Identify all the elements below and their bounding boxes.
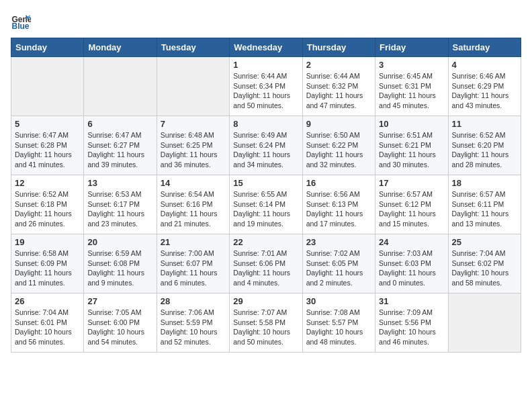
weekday-header-saturday: Saturday [448, 38, 521, 57]
calendar-cell: 10Sunrise: 6:51 AM Sunset: 6:21 PM Dayli… [375, 116, 448, 175]
day-number: 23 [306, 237, 371, 247]
calendar-cell: 23Sunrise: 7:02 AM Sunset: 6:05 PM Dayli… [302, 234, 375, 293]
day-info: Sunrise: 6:50 AM Sunset: 6:22 PM Dayligh… [306, 130, 371, 170]
calendar-cell: 7Sunrise: 6:48 AM Sunset: 6:25 PM Daylig… [157, 116, 229, 175]
calendar-cell: 24Sunrise: 7:03 AM Sunset: 6:03 PM Dayli… [375, 234, 448, 293]
day-number: 13 [87, 178, 152, 188]
calendar-cell: 14Sunrise: 6:54 AM Sunset: 6:16 PM Dayli… [157, 175, 229, 234]
day-info: Sunrise: 7:07 AM Sunset: 5:58 PM Dayligh… [233, 308, 298, 347]
day-info: Sunrise: 6:57 AM Sunset: 6:11 PM Dayligh… [452, 189, 517, 229]
day-info: Sunrise: 6:56 AM Sunset: 6:13 PM Dayligh… [306, 189, 371, 229]
day-number: 21 [161, 237, 226, 247]
day-number: 14 [161, 178, 226, 188]
day-info: Sunrise: 6:57 AM Sunset: 6:12 PM Dayligh… [379, 189, 444, 229]
calendar-week-row: 1Sunrise: 6:44 AM Sunset: 6:34 PM Daylig… [11, 57, 521, 116]
day-number: 15 [233, 178, 298, 188]
day-number: 22 [233, 237, 298, 247]
calendar-cell: 15Sunrise: 6:55 AM Sunset: 6:14 PM Dayli… [230, 175, 302, 234]
calendar-week-row: 12Sunrise: 6:52 AM Sunset: 6:18 PM Dayli… [11, 175, 521, 234]
weekday-header-monday: Monday [84, 38, 157, 57]
day-info: Sunrise: 6:54 AM Sunset: 6:16 PM Dayligh… [161, 189, 226, 229]
day-info: Sunrise: 7:03 AM Sunset: 6:03 PM Dayligh… [379, 248, 444, 288]
calendar-cell: 9Sunrise: 6:50 AM Sunset: 6:22 PM Daylig… [302, 116, 375, 175]
day-info: Sunrise: 6:52 AM Sunset: 6:20 PM Dayligh… [452, 130, 517, 170]
calendar-table: SundayMondayTuesdayWednesdayThursdayFrid… [11, 38, 521, 353]
day-info: Sunrise: 6:46 AM Sunset: 6:29 PM Dayligh… [452, 71, 517, 111]
calendar-header-row: SundayMondayTuesdayWednesdayThursdayFrid… [11, 38, 521, 57]
day-number: 11 [452, 119, 517, 129]
calendar-cell: 27Sunrise: 7:05 AM Sunset: 6:00 PM Dayli… [84, 293, 157, 353]
day-number: 4 [452, 60, 517, 70]
calendar-week-row: 19Sunrise: 6:58 AM Sunset: 6:09 PM Dayli… [11, 234, 521, 293]
calendar-cell: 8Sunrise: 6:49 AM Sunset: 6:24 PM Daylig… [230, 116, 302, 175]
day-number: 6 [87, 119, 152, 129]
day-info: Sunrise: 7:00 AM Sunset: 6:07 PM Dayligh… [161, 248, 226, 288]
day-info: Sunrise: 6:52 AM Sunset: 6:18 PM Dayligh… [15, 189, 80, 229]
calendar-cell: 3Sunrise: 6:45 AM Sunset: 6:31 PM Daylig… [375, 57, 448, 116]
day-number: 18 [452, 178, 517, 188]
day-info: Sunrise: 6:45 AM Sunset: 6:31 PM Dayligh… [379, 71, 444, 111]
day-info: Sunrise: 6:48 AM Sunset: 6:25 PM Dayligh… [161, 130, 226, 170]
day-info: Sunrise: 7:02 AM Sunset: 6:05 PM Dayligh… [306, 248, 371, 288]
calendar-cell: 19Sunrise: 6:58 AM Sunset: 6:09 PM Dayli… [11, 234, 84, 293]
day-info: Sunrise: 7:04 AM Sunset: 6:02 PM Dayligh… [452, 248, 517, 288]
page-header: General Blue [11, 11, 521, 31]
day-number: 3 [379, 60, 444, 70]
day-number: 2 [306, 60, 371, 70]
day-number: 9 [306, 119, 371, 129]
day-number: 30 [306, 296, 371, 306]
calendar-cell: 26Sunrise: 7:04 AM Sunset: 6:01 PM Dayli… [11, 293, 84, 353]
day-info: Sunrise: 7:05 AM Sunset: 6:00 PM Dayligh… [87, 308, 152, 347]
svg-text:Blue: Blue [12, 21, 30, 31]
day-info: Sunrise: 6:44 AM Sunset: 6:34 PM Dayligh… [233, 71, 298, 111]
day-info: Sunrise: 6:44 AM Sunset: 6:32 PM Dayligh… [306, 71, 371, 111]
day-info: Sunrise: 6:59 AM Sunset: 6:08 PM Dayligh… [87, 248, 152, 288]
calendar-cell: 22Sunrise: 7:01 AM Sunset: 6:06 PM Dayli… [230, 234, 302, 293]
calendar-cell: 13Sunrise: 6:53 AM Sunset: 6:17 PM Dayli… [84, 175, 157, 234]
weekday-header-thursday: Thursday [302, 38, 375, 57]
calendar-cell: 31Sunrise: 7:09 AM Sunset: 5:56 PM Dayli… [375, 293, 448, 353]
day-number: 1 [233, 60, 298, 70]
day-number: 16 [306, 178, 371, 188]
day-number: 8 [233, 119, 298, 129]
day-info: Sunrise: 6:51 AM Sunset: 6:21 PM Dayligh… [379, 130, 444, 170]
day-number: 10 [379, 119, 444, 129]
day-number: 26 [15, 296, 80, 306]
day-info: Sunrise: 7:08 AM Sunset: 5:57 PM Dayligh… [306, 308, 371, 347]
day-info: Sunrise: 7:06 AM Sunset: 5:59 PM Dayligh… [161, 308, 226, 347]
calendar-cell: 18Sunrise: 6:57 AM Sunset: 6:11 PM Dayli… [448, 175, 521, 234]
calendar-cell: 5Sunrise: 6:47 AM Sunset: 6:28 PM Daylig… [11, 116, 84, 175]
calendar-cell: 30Sunrise: 7:08 AM Sunset: 5:57 PM Dayli… [302, 293, 375, 353]
day-number: 17 [379, 178, 444, 188]
calendar-cell: 1Sunrise: 6:44 AM Sunset: 6:34 PM Daylig… [230, 57, 302, 116]
day-info: Sunrise: 6:47 AM Sunset: 6:27 PM Dayligh… [87, 130, 152, 170]
calendar-week-row: 26Sunrise: 7:04 AM Sunset: 6:01 PM Dayli… [11, 293, 521, 353]
calendar-cell [448, 293, 521, 353]
weekday-header-wednesday: Wednesday [230, 38, 302, 57]
calendar-cell: 20Sunrise: 6:59 AM Sunset: 6:08 PM Dayli… [84, 234, 157, 293]
day-number: 12 [15, 178, 80, 188]
calendar-cell: 25Sunrise: 7:04 AM Sunset: 6:02 PM Dayli… [448, 234, 521, 293]
day-info: Sunrise: 6:47 AM Sunset: 6:28 PM Dayligh… [15, 130, 80, 170]
calendar-cell: 4Sunrise: 6:46 AM Sunset: 6:29 PM Daylig… [448, 57, 521, 116]
calendar-cell: 17Sunrise: 6:57 AM Sunset: 6:12 PM Dayli… [375, 175, 448, 234]
day-number: 24 [379, 237, 444, 247]
day-info: Sunrise: 7:04 AM Sunset: 6:01 PM Dayligh… [15, 308, 80, 347]
day-info: Sunrise: 6:58 AM Sunset: 6:09 PM Dayligh… [15, 248, 80, 288]
calendar-cell: 16Sunrise: 6:56 AM Sunset: 6:13 PM Dayli… [302, 175, 375, 234]
weekday-header-friday: Friday [375, 38, 448, 57]
day-info: Sunrise: 6:53 AM Sunset: 6:17 PM Dayligh… [87, 189, 152, 229]
calendar-cell: 6Sunrise: 6:47 AM Sunset: 6:27 PM Daylig… [84, 116, 157, 175]
calendar-cell [11, 57, 84, 116]
calendar-cell [84, 57, 157, 116]
day-info: Sunrise: 6:55 AM Sunset: 6:14 PM Dayligh… [233, 189, 298, 229]
day-number: 28 [161, 296, 226, 306]
day-number: 25 [452, 237, 517, 247]
day-number: 19 [15, 237, 80, 247]
calendar-cell: 2Sunrise: 6:44 AM Sunset: 6:32 PM Daylig… [302, 57, 375, 116]
day-info: Sunrise: 6:49 AM Sunset: 6:24 PM Dayligh… [233, 130, 298, 170]
logo: General Blue [11, 11, 34, 31]
calendar-cell [157, 57, 229, 116]
day-info: Sunrise: 7:09 AM Sunset: 5:56 PM Dayligh… [379, 308, 444, 347]
weekday-header-sunday: Sunday [11, 38, 84, 57]
